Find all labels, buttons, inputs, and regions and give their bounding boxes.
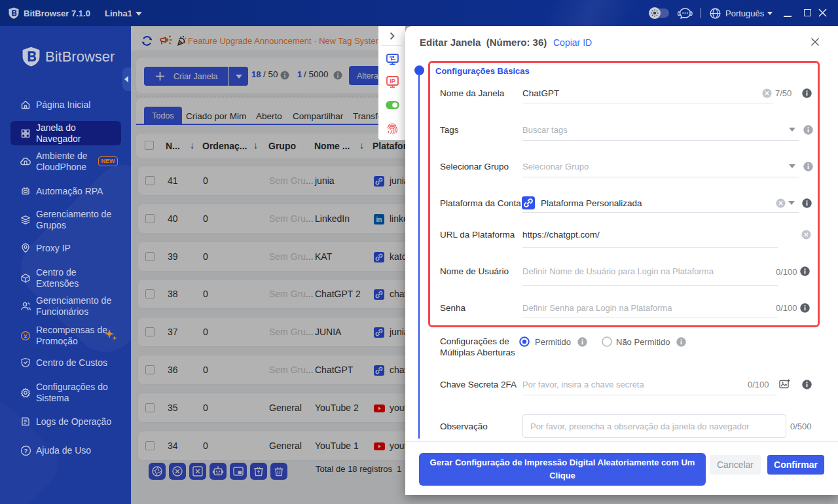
svg-text:?: ? bbox=[24, 447, 28, 454]
svg-text:IP: IP bbox=[390, 78, 395, 84]
